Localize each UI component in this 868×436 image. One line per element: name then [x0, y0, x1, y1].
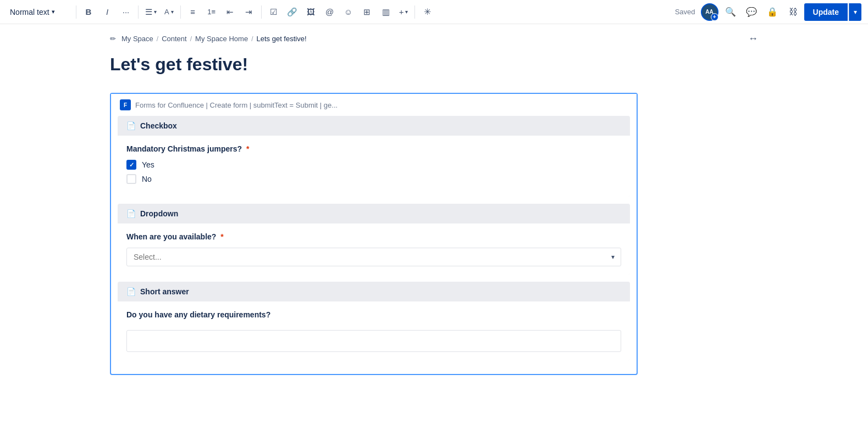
plus-icon: +	[399, 7, 404, 16]
checkbox-no-label: No	[142, 175, 152, 183]
checkbox-section-body: Mandatory Christmas jumpers? * ✓ Yes No	[118, 136, 630, 197]
checkbox-no-option: No	[126, 174, 621, 184]
font-color-chevron-icon: ▾	[171, 9, 174, 15]
table-button[interactable]: ⊞	[358, 3, 376, 21]
toolbar-divider-3	[180, 5, 181, 19]
mention-button[interactable]: @	[321, 3, 339, 21]
toolbar-divider-4	[261, 5, 262, 19]
emoji-button[interactable]: ☺	[340, 3, 357, 21]
indent-button[interactable]: ⇥	[240, 3, 258, 21]
align-icon: ☰	[145, 7, 152, 17]
breadcrumb-bar: ✏ My Space / Content / My Space Home / L…	[0, 24, 868, 53]
form-block-header: F Forms for Confluence | Create form | s…	[111, 94, 637, 116]
emoji-icon: ☺	[344, 7, 352, 16]
bold-button[interactable]: B	[80, 3, 97, 21]
outdent-icon: ⇤	[226, 7, 234, 17]
expand-button[interactable]: ↔	[748, 33, 758, 44]
breadcrumb-myspacehome[interactable]: My Space Home	[195, 35, 248, 43]
breadcrumb: ✏ My Space / Content / My Space Home / L…	[110, 35, 307, 43]
checkbox-yes-option: ✓ Yes	[126, 160, 621, 170]
bullet-list-button[interactable]: ≡	[184, 3, 202, 21]
checkbox-section-icon: 📄	[126, 121, 136, 130]
layout-button[interactable]: ▥	[377, 3, 395, 21]
required-star-checkbox: *	[246, 144, 249, 153]
dropdown-wrapper: ▾	[126, 248, 621, 266]
breadcrumb-sep-1: /	[157, 35, 158, 43]
insert-chevron-icon: ▾	[405, 9, 408, 15]
checkbox-field-label: Mandatory Christmas jumpers? *	[126, 144, 621, 153]
checkbox-no[interactable]	[126, 174, 136, 184]
numbered-list-icon: 1≡	[207, 8, 215, 16]
toolbar: Normal text ▾ B I ··· ☰ ▾ A ▾ ≡ 1≡ ⇤ ⇥ ☑	[0, 0, 868, 24]
breadcrumb-content[interactable]: Content	[162, 35, 187, 43]
checkbox-yes[interactable]: ✓	[126, 160, 136, 170]
link-icon: 🔗	[287, 7, 297, 17]
page-title: Let's get festive!	[110, 53, 758, 75]
dropdown-section-header: 📄 Dropdown	[118, 204, 630, 223]
outdent-button[interactable]: ⇤	[222, 3, 239, 21]
dropdown-section-title: Dropdown	[140, 209, 178, 218]
form-block: F Forms for Confluence | Create form | s…	[110, 93, 638, 375]
page-content: Let's get festive! F Forms for Confluenc…	[0, 53, 868, 375]
dropdown-section-icon: 📄	[126, 209, 136, 218]
table-icon: ⊞	[363, 7, 371, 17]
ai-button[interactable]: ✳	[418, 3, 436, 21]
update-button[interactable]: Update	[804, 3, 848, 21]
breadcrumb-sep-3: /	[251, 35, 253, 43]
image-button[interactable]: 🖼	[302, 3, 320, 21]
expand-icon: ↔	[748, 33, 758, 44]
form-block-inner: 📄 Checkbox Mandatory Christmas jumpers? …	[111, 116, 637, 374]
insert-more-button[interactable]: + ▾	[396, 3, 412, 21]
text-style-label: Normal text	[10, 8, 49, 16]
short-answer-section-body: Do you have any dietary requirements?	[118, 301, 630, 361]
link-button[interactable]: 🔗	[284, 3, 301, 21]
breadcrumb-sep-2: /	[190, 35, 192, 43]
short-answer-section-title: Short answer	[140, 287, 189, 296]
numbered-list-button[interactable]: 1≡	[203, 3, 220, 21]
breadcrumb-current: Lets get festive!	[256, 35, 306, 43]
action-item-button[interactable]: ☑	[265, 3, 283, 21]
form-plugin-icon: F	[120, 99, 131, 110]
ai-icon: ✳	[424, 7, 431, 17]
comment-button[interactable]: 💬	[743, 3, 760, 21]
check-icon: ✓	[129, 161, 134, 169]
checkbox-section: 📄 Checkbox Mandatory Christmas jumpers? …	[118, 116, 630, 197]
update-chevron-icon: ▾	[854, 8, 857, 16]
copy-link-button[interactable]: ⛓	[784, 3, 802, 21]
checkbox-section-header: 📄 Checkbox	[118, 116, 630, 136]
image-icon: 🖼	[307, 7, 315, 16]
comment-icon: 💬	[746, 7, 757, 17]
edit-icon: ✏	[110, 35, 116, 43]
search-button[interactable]: 🔍	[722, 3, 739, 21]
checkbox-section-title: Checkbox	[140, 121, 177, 130]
breadcrumb-myspace[interactable]: My Space	[121, 35, 153, 43]
checkbox-yes-label: Yes	[142, 160, 154, 169]
short-answer-section: 📄 Short answer Do you have any dietary r…	[118, 282, 630, 361]
toolbar-divider-2	[138, 5, 139, 19]
form-header-text: Forms for Confluence | Create form | sub…	[135, 101, 338, 109]
italic-button[interactable]: I	[98, 3, 116, 21]
restrictions-button[interactable]: 🔒	[764, 3, 781, 21]
dropdown-input[interactable]	[126, 248, 621, 266]
copy-link-icon: ⛓	[789, 7, 798, 17]
toolbar-divider-1	[76, 5, 76, 19]
update-dropdown-button[interactable]: ▾	[849, 3, 861, 21]
required-star-dropdown: *	[220, 232, 223, 241]
avatar[interactable]: AA +	[701, 3, 718, 21]
saved-status: Saved	[675, 8, 695, 16]
search-icon: 🔍	[725, 7, 736, 17]
bullet-list-icon: ≡	[190, 7, 195, 16]
avatar-badge: +	[711, 13, 718, 21]
dropdown-section: 📄 Dropdown When are you available? * ▾	[118, 204, 630, 275]
indent-icon: ⇥	[245, 7, 252, 17]
align-chevron-icon: ▾	[154, 9, 157, 15]
more-button[interactable]: ···	[117, 3, 135, 21]
text-style-chevron-icon: ▾	[52, 8, 55, 15]
font-color-button[interactable]: A ▾	[161, 3, 177, 21]
short-answer-input[interactable]	[126, 330, 621, 352]
font-color-icon: A	[164, 8, 169, 16]
short-answer-section-header: 📄 Short answer	[118, 282, 630, 301]
short-answer-section-icon: 📄	[126, 287, 136, 296]
text-style-dropdown[interactable]: Normal text ▾	[7, 5, 73, 19]
align-button[interactable]: ☰ ▾	[142, 3, 160, 21]
